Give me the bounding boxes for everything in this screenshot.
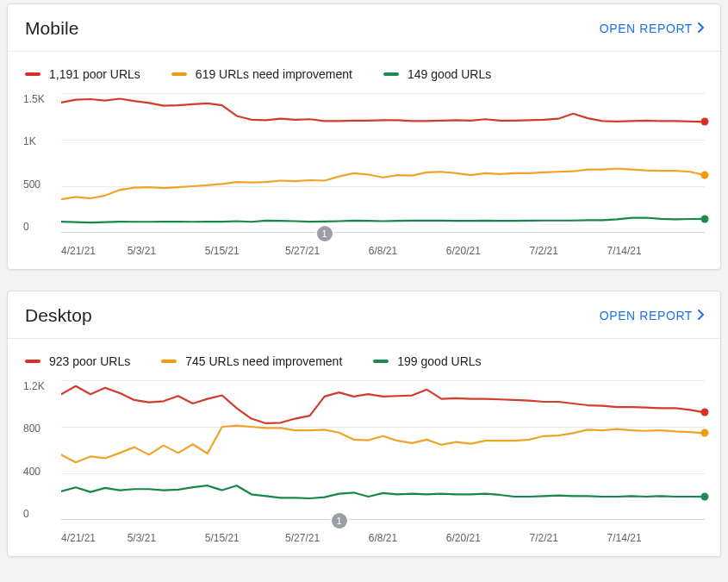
mobile-card-title: Mobile: [25, 18, 78, 39]
y-tick: 500: [23, 178, 58, 191]
legend-swatch-good: [383, 72, 399, 76]
chevron-right-icon: [698, 22, 705, 35]
x-tick: 7/2/21: [530, 532, 558, 544]
x-tick: 5/3/21: [128, 532, 156, 544]
mobile-card-header: Mobile OPEN REPORT: [23, 15, 706, 51]
x-tick: 5/27/21: [285, 245, 320, 257]
series-end-dot: [701, 409, 709, 416]
y-tick: 400: [23, 466, 58, 478]
y-axis-ticks: 1.5K 1K 500 0: [23, 93, 58, 233]
x-tick: 7/2/21: [530, 245, 558, 257]
x-tick: 4/21/21: [61, 245, 96, 257]
mobile-legend: 1,191 poor URLs 619 URLs need improvemen…: [23, 52, 706, 90]
baseline: [61, 232, 705, 233]
desktop-card-title: Desktop: [25, 305, 92, 326]
x-tick: 6/8/21: [369, 245, 397, 257]
x-tick: 6/8/21: [369, 532, 397, 544]
legend-label-poor: 923 poor URLs: [49, 354, 130, 368]
legend-good: 199 good URLs: [373, 354, 481, 368]
y-tick: 800: [23, 422, 58, 435]
legend-label-poor: 1,191 poor URLs: [49, 67, 140, 81]
y-tick: 0: [23, 508, 58, 520]
legend-swatch-good: [373, 360, 389, 363]
series-end-dot: [701, 429, 709, 437]
legend-label-need: 619 URLs need improvement: [196, 67, 352, 81]
x-tick: 7/14/21: [607, 532, 642, 544]
desktop-card: Desktop OPEN REPORT 923 poor URLs 745 UR…: [7, 291, 721, 557]
x-tick: 5/27/21: [285, 532, 320, 544]
desktop-card-header: Desktop OPEN REPORT: [23, 302, 706, 338]
desktop-chart: 1.2K 800 400 0 1 4/21/215/3/215/15/215/2…: [23, 380, 706, 544]
desktop-legend: 923 poor URLs 745 URLs need improvement …: [23, 339, 706, 377]
x-tick: 6/20/21: [446, 245, 481, 257]
plot-area: 1: [61, 93, 705, 233]
x-axis-ticks: 4/21/215/3/215/15/215/27/216/8/216/20/21…: [61, 240, 705, 257]
y-tick: 1K: [23, 135, 58, 147]
series-end-dot: [701, 172, 709, 179]
chevron-right-icon: [698, 309, 705, 322]
legend-need-improvement: 745 URLs need improvement: [161, 354, 342, 368]
open-report-label: OPEN REPORT: [600, 309, 693, 322]
legend-good: 149 good URLs: [383, 67, 491, 81]
legend-label-need: 745 URLs need improvement: [185, 354, 342, 368]
legend-label-good: 199 good URLs: [397, 354, 481, 368]
legend-swatch-need: [171, 72, 187, 76]
series-end-dot: [701, 493, 709, 501]
desktop-open-report-button[interactable]: OPEN REPORT: [600, 309, 705, 322]
legend-swatch-need: [161, 360, 177, 363]
legend-label-good: 149 good URLs: [408, 67, 491, 81]
mobile-open-report-button[interactable]: OPEN REPORT: [600, 22, 705, 35]
series-end-dot: [701, 215, 709, 222]
series-lines: [61, 93, 705, 233]
y-tick: 1.5K: [23, 93, 58, 105]
legend-swatch-poor: [25, 72, 40, 76]
mobile-card: Mobile OPEN REPORT 1,191 poor URLs 619 U…: [7, 3, 721, 270]
x-tick: 4/21/21: [61, 532, 96, 544]
legend-poor: 1,191 poor URLs: [25, 67, 140, 81]
series-end-dot: [701, 118, 709, 126]
x-tick: 5/3/21: [128, 245, 156, 257]
series-lines: [61, 380, 705, 520]
legend-swatch-poor: [25, 360, 40, 363]
mobile-chart: 1.5K 1K 500 0 1 4/21/215/3/215/15/215/27…: [23, 93, 706, 257]
x-tick: 5/15/21: [205, 532, 240, 544]
y-tick: 0: [23, 221, 58, 233]
open-report-label: OPEN REPORT: [600, 22, 693, 35]
baseline: [61, 519, 705, 520]
y-tick: 1.2K: [23, 380, 58, 392]
x-tick: 5/15/21: [205, 245, 240, 257]
x-tick: 6/20/21: [446, 532, 481, 544]
y-axis-ticks: 1.2K 800 400 0: [23, 380, 58, 520]
legend-need-improvement: 619 URLs need improvement: [171, 67, 352, 81]
x-axis-ticks: 4/21/215/3/215/15/215/27/216/8/216/20/21…: [61, 527, 705, 544]
legend-poor: 923 poor URLs: [25, 354, 130, 368]
x-tick: 7/14/21: [607, 245, 642, 257]
plot-area: 1: [61, 380, 705, 520]
